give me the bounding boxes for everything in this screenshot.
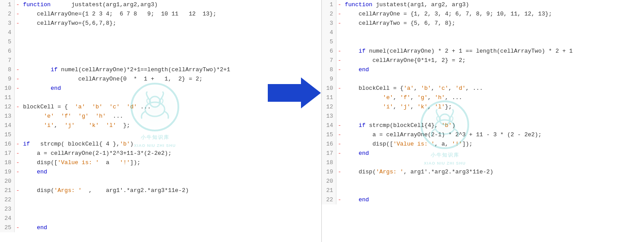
code-content: 'i', 'j' 'k' 'l' }; bbox=[21, 121, 321, 130]
table-row: 7 bbox=[0, 56, 321, 65]
code-content: cellArrayTwo = {5, 6, 7, 8}; bbox=[343, 19, 644, 28]
table-row: 13 bbox=[322, 111, 644, 121]
line-number: 24 bbox=[0, 214, 14, 223]
line-indicator bbox=[14, 204, 21, 214]
table-row: 15 bbox=[0, 130, 321, 139]
code-content: 'e' 'f' 'g' 'h' ... bbox=[21, 111, 321, 121]
table-row: 22 bbox=[0, 195, 321, 204]
line-indicator: - bbox=[14, 139, 21, 149]
table-row: 22- end bbox=[322, 195, 644, 204]
line-number: 11 bbox=[322, 93, 336, 102]
line-indicator: - bbox=[336, 0, 343, 9]
line-number: 23 bbox=[0, 204, 14, 214]
table-row: 23 bbox=[0, 204, 321, 214]
code-content: cellArrayTwo={5,6,7,8}; bbox=[21, 19, 321, 28]
code-content: a = cellArrayOne(2-1)*2^3+11-3*(2-2e2); bbox=[21, 149, 321, 158]
line-indicator: - bbox=[14, 74, 21, 84]
code-content: 'e', 'f', 'g', 'h', ... bbox=[343, 93, 644, 102]
code-content: disp('Args: ' , arg1'.*arg2.*arg3*11e-2) bbox=[21, 186, 321, 195]
line-number: 25 bbox=[0, 223, 14, 232]
code-content bbox=[343, 74, 644, 84]
line-number: 4 bbox=[322, 28, 336, 37]
table-row: 8- end bbox=[322, 65, 644, 74]
table-row: 1-function justatest(arg1,arg2,arg3) bbox=[0, 0, 321, 9]
table-row: 17- end bbox=[322, 149, 644, 158]
code-content: if strcmp( blockCell{ 4 },'b') bbox=[21, 139, 321, 149]
line-number: 8 bbox=[322, 65, 336, 74]
table-row: 20 bbox=[0, 177, 321, 186]
line-indicator: - bbox=[14, 102, 21, 111]
line-indicator: - bbox=[336, 46, 343, 56]
line-indicator bbox=[14, 93, 21, 102]
table-row: 21 bbox=[322, 186, 644, 195]
code-content bbox=[21, 28, 321, 37]
table-row: 3- cellArrayTwo={5,6,7,8}; bbox=[0, 19, 321, 28]
line-number: 22 bbox=[0, 195, 14, 204]
line-number: 7 bbox=[0, 56, 14, 65]
line-number: 18 bbox=[322, 158, 336, 167]
table-row: 19- end bbox=[0, 167, 321, 177]
table-row: 2- cellArrayOne={1 2 3 4; 6 7 8 9; 10 11… bbox=[0, 9, 321, 19]
line-number: 17 bbox=[322, 149, 336, 158]
line-indicator bbox=[14, 177, 21, 186]
table-row: 6- if numel(cellArrayOne) * 2 + 1 == len… bbox=[322, 46, 644, 56]
table-row: 19- disp('Args: ', arg1'.*arg2.*arg3*11e… bbox=[322, 167, 644, 177]
left-code-panel: 1-function justatest(arg1,arg2,arg3)2- c… bbox=[0, 0, 322, 242]
line-number: 14 bbox=[322, 121, 336, 130]
right-code-table: 1-function justatest(arg1, arg2, arg3)2-… bbox=[322, 0, 644, 204]
table-row: 5 bbox=[322, 37, 644, 46]
line-indicator: - bbox=[336, 56, 343, 65]
table-row: 12 'i', 'j', 'k', 'l'}; bbox=[322, 102, 644, 111]
line-indicator: - bbox=[336, 149, 343, 158]
table-row: 16-if strcmp( blockCell{ 4 },'b') bbox=[0, 139, 321, 149]
code-content bbox=[21, 37, 321, 46]
table-row: 6 bbox=[0, 46, 321, 56]
table-row: 5 bbox=[0, 37, 321, 46]
code-content bbox=[343, 37, 644, 46]
line-indicator: - bbox=[14, 0, 21, 9]
code-content: if numel(cellArrayOne) * 2 + 1 == length… bbox=[343, 46, 644, 56]
code-content bbox=[21, 195, 321, 204]
code-content bbox=[21, 214, 321, 223]
line-number: 6 bbox=[0, 46, 14, 56]
line-number: 7 bbox=[322, 56, 336, 65]
line-number: 21 bbox=[0, 186, 14, 195]
line-indicator: - bbox=[336, 130, 343, 139]
table-row: 7- cellArrayOne{0*1+1, 2} = 2; bbox=[322, 56, 644, 65]
line-indicator: - bbox=[336, 9, 343, 19]
line-indicator bbox=[336, 93, 343, 102]
line-indicator bbox=[14, 37, 21, 46]
line-indicator bbox=[336, 37, 343, 46]
line-indicator bbox=[14, 195, 21, 204]
line-number: 21 bbox=[322, 186, 336, 195]
table-row: 2- cellArrayOne = {1, 2, 3, 4; 6, 7, 8, … bbox=[322, 9, 644, 19]
line-number: 6 bbox=[322, 46, 336, 56]
code-content bbox=[343, 177, 644, 186]
code-content: end bbox=[343, 65, 644, 74]
line-indicator bbox=[14, 56, 21, 65]
line-indicator bbox=[14, 28, 21, 37]
table-row: 14 'i', 'j' 'k' 'l' }; bbox=[0, 121, 321, 130]
line-number: 11 bbox=[0, 93, 14, 102]
line-indicator: - bbox=[14, 9, 21, 19]
table-row: 10- blockCell = {'a', 'b', 'c', 'd', ... bbox=[322, 84, 644, 93]
line-indicator bbox=[336, 158, 343, 167]
table-row: 18- disp(['Value is: ' a '!']); bbox=[0, 158, 321, 167]
table-row: 8- if numel(cellArrayOne)*2+1==length(ce… bbox=[0, 65, 321, 74]
code-content: blockCell = {'a', 'b', 'c', 'd', ... bbox=[343, 84, 644, 93]
line-number: 15 bbox=[322, 130, 336, 139]
code-content: disp('Args: ', arg1'.*arg2.*arg3*11e-2) bbox=[343, 167, 644, 177]
code-content: a = cellArrayOne(2-1) * 2^3 + 11 - 3 * (… bbox=[343, 130, 644, 139]
code-content: disp(['Value is: ' a '!']); bbox=[21, 158, 321, 167]
line-indicator: - bbox=[14, 158, 21, 167]
line-indicator: - bbox=[14, 186, 21, 195]
line-number: 14 bbox=[0, 121, 14, 130]
code-content bbox=[343, 111, 644, 121]
line-number: 18 bbox=[0, 158, 14, 167]
code-content: cellArrayOne{0*1+1, 2} = 2; bbox=[343, 56, 644, 65]
line-number: 8 bbox=[0, 65, 14, 74]
right-code-panel: 1-function justatest(arg1, arg2, arg3)2-… bbox=[322, 0, 644, 242]
line-indicator: - bbox=[336, 139, 343, 149]
line-indicator: - bbox=[336, 195, 343, 204]
line-indicator: - bbox=[14, 19, 21, 28]
